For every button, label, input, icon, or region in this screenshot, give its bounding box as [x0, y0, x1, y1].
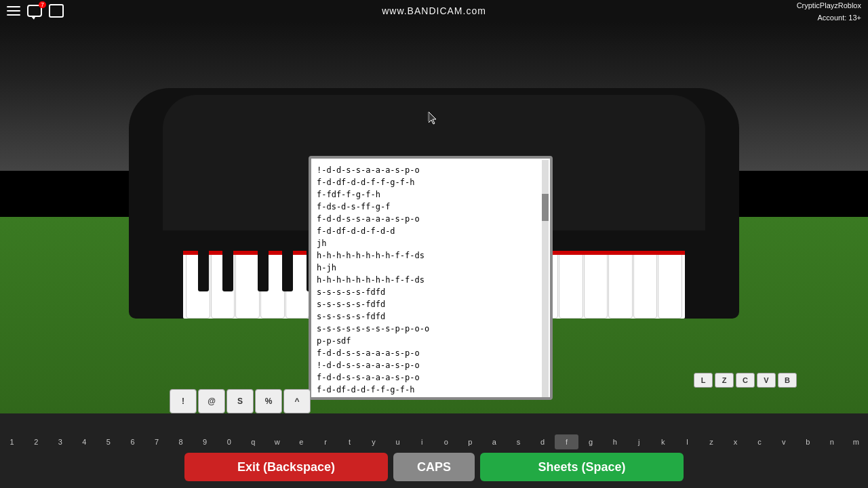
- sheet-line: h-h-h-h-h-h-h-h-f-f-ds: [317, 274, 545, 286]
- sheet-line: s-s-s-s-s-fdfd: [317, 310, 545, 323]
- sheet-line: f-d-d-s-s-a-a-a-s-p-o: [317, 371, 545, 384]
- exit-button[interactable]: Exit (Backspace): [184, 453, 388, 481]
- key-map-item-3[interactable]: 3: [48, 434, 73, 449]
- backpack-icon[interactable]: [49, 4, 64, 18]
- sheet-scrollbar[interactable]: [542, 160, 549, 399]
- sheet-line: !-d-d-s-s-a-a-a-s-p-o: [317, 359, 545, 371]
- key-map-item-c[interactable]: c: [747, 434, 772, 449]
- label-key-v[interactable]: V: [757, 373, 776, 388]
- sheet-content[interactable]: !-d-d-s-s-a-a-a-s-p-of-d-df-d-d-f-f-g-f-…: [311, 159, 550, 394]
- key-map-item-p[interactable]: p: [458, 434, 483, 449]
- symbol-keys-row: ! @ S % ^: [170, 389, 311, 413]
- key-map-item-t[interactable]: t: [338, 434, 362, 449]
- key-map-item-2[interactable]: 2: [24, 434, 48, 449]
- key-map-item-i[interactable]: i: [410, 434, 434, 449]
- key-map-item-9[interactable]: 9: [193, 434, 217, 449]
- sheet-line: f-d-df-d-d-f-f-g-f-h: [317, 176, 545, 188]
- scrollbar-thumb[interactable]: [542, 194, 549, 221]
- key-map-item-w[interactable]: w: [265, 434, 290, 449]
- label-key-l[interactable]: L: [694, 373, 713, 388]
- key-map-item-k[interactable]: k: [651, 434, 675, 449]
- top-bar-left: 7: [7, 4, 64, 18]
- key-map-item-l[interactable]: l: [675, 434, 700, 449]
- key-map-item-g[interactable]: g: [578, 434, 603, 449]
- key-map-item-7[interactable]: 7: [144, 434, 169, 449]
- account-name: CrypticPlayzRoblox: [797, 1, 861, 9]
- label-key-c[interactable]: C: [736, 373, 755, 388]
- symbol-key-percent[interactable]: %: [255, 389, 282, 413]
- key-map-item-e[interactable]: e: [290, 434, 314, 449]
- menu-icon[interactable]: [7, 6, 20, 16]
- sheet-line: s-s-s-s-s-fdfd: [317, 286, 545, 298]
- key-map-item-u[interactable]: u: [386, 434, 410, 449]
- label-key-b[interactable]: B: [778, 373, 797, 388]
- symbol-key-s[interactable]: S: [226, 389, 254, 413]
- sheet-line: f-fdf-f-g-f-h: [317, 188, 545, 201]
- key-map-item-5[interactable]: 5: [96, 434, 121, 449]
- account-age: Account: 13+: [817, 14, 861, 22]
- label-key-z[interactable]: Z: [715, 373, 734, 388]
- sheet-line: h-jh: [317, 262, 545, 274]
- sheet-line: h-h-h-h-h-h-h-h-f-f-ds: [317, 249, 545, 262]
- sheet-lines: !-d-d-s-s-a-a-a-s-p-of-d-df-d-d-f-f-g-f-…: [317, 164, 545, 394]
- chat-icon[interactable]: 7: [27, 5, 42, 17]
- symbol-key-at[interactable]: @: [198, 389, 225, 413]
- key-map-item-8[interactable]: 8: [169, 434, 193, 449]
- sheet-line: jh: [317, 237, 545, 249]
- key-map-item-v[interactable]: v: [772, 434, 796, 449]
- top-bar: 7 www.BANDICAM.com CrypticPlayzRoblox Ac…: [0, 0, 868, 22]
- mouse-cursor: [427, 112, 433, 121]
- key-map-item-f[interactable]: f: [555, 434, 579, 449]
- chat-badge: 7: [39, 1, 46, 8]
- key-map-item-0[interactable]: 0: [217, 434, 241, 449]
- sheet-line: p-p-sdf: [317, 335, 545, 347]
- key-map-row: 1234567890qwertyuiopasdfghjklzxcvbnm: [0, 434, 868, 449]
- key-map-item-r[interactable]: r: [313, 434, 338, 449]
- sheet-modal[interactable]: !-d-d-s-s-a-a-a-s-p-of-d-df-d-d-f-f-g-f-…: [309, 156, 553, 400]
- key-map-item-j[interactable]: j: [627, 434, 652, 449]
- symbol-key-exclaim[interactable]: !: [170, 389, 197, 413]
- key-map-item-b[interactable]: b: [795, 434, 820, 449]
- sheet-line: f-d-d-s-s-a-a-a-s-p-o: [317, 347, 545, 359]
- watermark-text: www.BANDICAM.com: [382, 5, 486, 16]
- sheet-line: f-ds-d-s-ff-g-f: [317, 201, 545, 213]
- key-map-item-6[interactable]: 6: [121, 434, 145, 449]
- sheets-button[interactable]: Sheets (Space): [480, 453, 684, 481]
- key-map-item-o[interactable]: o: [434, 434, 458, 449]
- bottom-keyboard: ! @ S % ^ L Z C V B 1234567890qwertyuiop…: [0, 413, 868, 488]
- sheet-line: !-d-d-s-s-a-a-a-s-p-o: [317, 164, 545, 176]
- key-map-item-h[interactable]: h: [603, 434, 627, 449]
- account-info: CrypticPlayzRoblox Account: 13+: [797, 0, 861, 23]
- key-map-item-y[interactable]: y: [361, 434, 386, 449]
- sheet-line: f-d-d-s-s-a-a-a-s-p-o: [317, 213, 545, 225]
- key-map-item-z[interactable]: z: [699, 434, 724, 449]
- label-keys-top: L Z C V B: [694, 373, 797, 388]
- sheet-line: f-d-df-d-d-f-f-g-f-h: [317, 384, 545, 394]
- key-map-item-q[interactable]: q: [241, 434, 266, 449]
- sheet-line: f-d-df-d-d-f-d-d: [317, 225, 545, 237]
- key-map-item-m[interactable]: m: [844, 434, 868, 449]
- key-map-item-x[interactable]: x: [724, 434, 748, 449]
- bottom-buttons: Exit (Backspace) CAPS Sheets (Space): [0, 451, 868, 483]
- key-map-item-a[interactable]: a: [482, 434, 507, 449]
- symbol-key-caret[interactable]: ^: [283, 389, 311, 413]
- caps-button[interactable]: CAPS: [393, 453, 475, 481]
- sheet-line: s-s-s-s-s-fdfd: [317, 298, 545, 310]
- key-map-item-n[interactable]: n: [820, 434, 844, 449]
- sheet-line: s-s-s-s-s-s-s-s-p-p-o-o: [317, 323, 545, 335]
- key-map-item-1[interactable]: 1: [0, 434, 24, 449]
- key-map-item-d[interactable]: d: [530, 434, 555, 449]
- key-map-item-s[interactable]: s: [507, 434, 531, 449]
- key-map-item-4[interactable]: 4: [73, 434, 97, 449]
